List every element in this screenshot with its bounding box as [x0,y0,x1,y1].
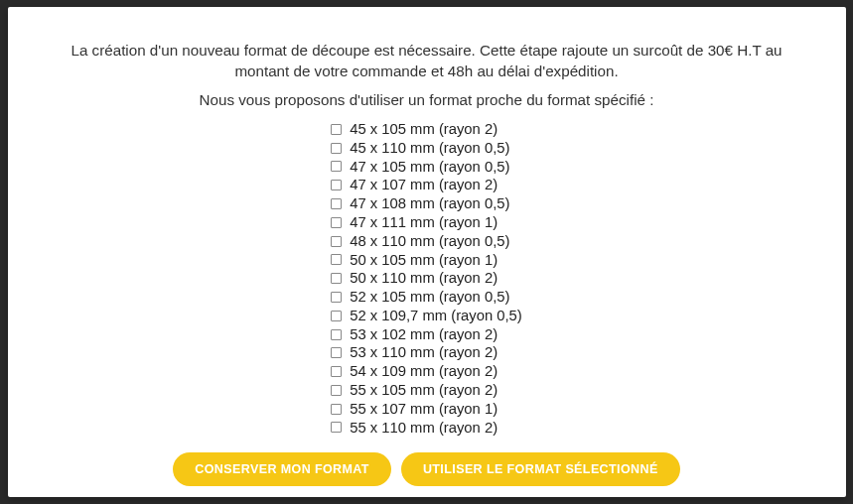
format-label: 52 x 109,7 mm (rayon 0,5) [350,307,522,325]
format-radio[interactable] [331,366,342,377]
format-selection-modal: La création d'un nouveau format de décou… [8,7,846,497]
format-label: 55 x 105 mm (rayon 2) [350,381,498,400]
format-radio[interactable] [331,404,342,415]
format-radio[interactable] [331,180,342,190]
format-radio[interactable] [331,198,342,209]
format-label: 55 x 110 mm (rayon 2) [350,419,498,438]
format-radio[interactable] [331,236,342,247]
format-radio[interactable] [331,161,342,172]
format-option[interactable]: 55 x 110 mm (rayon 2) [331,419,498,438]
format-radio[interactable] [331,273,342,284]
format-label: 53 x 110 mm (rayon 2) [350,343,498,362]
format-label: 55 x 107 mm (rayon 1) [350,400,498,419]
format-label: 50 x 105 mm (rayon 1) [350,251,498,270]
format-option[interactable]: 53 x 110 mm (rayon 2) [331,343,498,362]
action-buttons: CONSERVER MON FORMAT UTILISER LE FORMAT … [173,452,679,486]
format-options-list: 45 x 105 mm (rayon 2)45 x 110 mm (rayon … [331,120,522,437]
format-radio[interactable] [331,217,342,228]
format-radio[interactable] [331,329,342,340]
format-label: 47 x 108 mm (rayon 0,5) [350,194,509,213]
format-option[interactable]: 45 x 105 mm (rayon 2) [331,120,498,139]
format-label: 53 x 102 mm (rayon 2) [350,325,498,344]
format-radio[interactable] [331,143,342,154]
format-option[interactable]: 47 x 111 mm (rayon 1) [331,213,498,232]
format-option[interactable]: 50 x 110 mm (rayon 2) [331,269,498,288]
format-option[interactable]: 52 x 105 mm (rayon 0,5) [331,288,509,307]
format-radio[interactable] [331,124,342,135]
keep-format-button[interactable]: CONSERVER MON FORMAT [173,452,391,486]
format-option[interactable]: 52 x 109,7 mm (rayon 0,5) [331,307,522,325]
format-label: 45 x 105 mm (rayon 2) [350,120,498,139]
format-option[interactable]: 47 x 105 mm (rayon 0,5) [331,158,509,177]
suggestion-message: Nous vous proposons d'utiliser un format… [200,91,654,108]
format-label: 50 x 110 mm (rayon 2) [350,269,498,288]
format-label: 48 x 110 mm (rayon 0,5) [350,232,509,251]
format-label: 47 x 105 mm (rayon 0,5) [350,158,509,177]
format-label: 47 x 107 mm (rayon 2) [350,176,498,194]
format-option[interactable]: 45 x 110 mm (rayon 0,5) [331,139,509,158]
format-option[interactable]: 47 x 108 mm (rayon 0,5) [331,194,509,213]
format-option[interactable]: 55 x 105 mm (rayon 2) [331,381,498,400]
format-radio[interactable] [331,254,342,265]
format-radio[interactable] [331,385,342,396]
format-option[interactable]: 47 x 107 mm (rayon 2) [331,176,498,194]
format-option[interactable]: 54 x 109 mm (rayon 2) [331,362,498,381]
format-option[interactable]: 53 x 102 mm (rayon 2) [331,325,498,344]
format-option[interactable]: 48 x 110 mm (rayon 0,5) [331,232,509,251]
use-selected-format-button[interactable]: UTILISER LE FORMAT SÉLECTIONNÉ [401,452,680,486]
warning-message: La création d'un nouveau format de décou… [48,41,806,81]
format-label: 54 x 109 mm (rayon 2) [350,362,498,381]
format-label: 45 x 110 mm (rayon 0,5) [350,139,509,158]
format-radio[interactable] [331,292,342,303]
format-option[interactable]: 50 x 105 mm (rayon 1) [331,251,498,270]
format-option[interactable]: 55 x 107 mm (rayon 1) [331,400,498,419]
format-radio[interactable] [331,311,342,321]
format-radio[interactable] [331,422,342,433]
format-label: 47 x 111 mm (rayon 1) [350,213,498,232]
format-radio[interactable] [331,347,342,358]
format-label: 52 x 105 mm (rayon 0,5) [350,288,509,307]
